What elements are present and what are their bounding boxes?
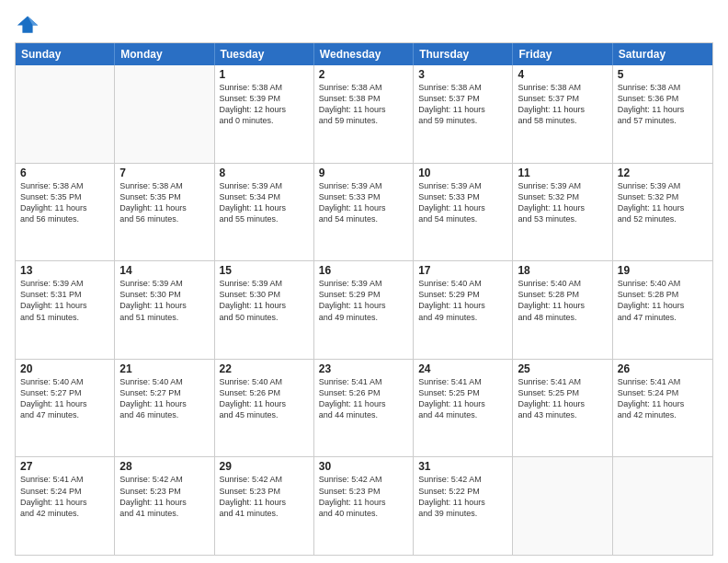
cell-line: Daylight: 11 hours — [618, 104, 708, 115]
cell-line: and 45 minutes. — [220, 409, 309, 420]
day-cell-28: 28Sunrise: 5:42 AMSunset: 5:23 PMDayligh… — [115, 457, 214, 555]
cell-line: Sunrise: 5:41 AM — [618, 376, 708, 387]
cell-line: Sunset: 5:27 PM — [119, 387, 209, 398]
cell-line: Daylight: 11 hours — [119, 202, 209, 213]
cell-line: Sunset: 5:34 PM — [220, 191, 309, 202]
day-number: 28 — [119, 460, 209, 473]
day-number: 2 — [319, 68, 408, 81]
cell-line: Sunset: 5:24 PM — [618, 387, 708, 398]
cell-line: Sunrise: 5:39 AM — [518, 180, 607, 191]
day-number: 9 — [319, 167, 408, 179]
cell-line: Sunset: 5:29 PM — [418, 289, 507, 300]
cell-line: and 51 minutes. — [119, 312, 209, 323]
day-header-saturday: Saturday — [613, 43, 712, 65]
day-cell-1: 1Sunrise: 5:38 AMSunset: 5:39 PMDaylight… — [215, 65, 314, 163]
cell-line: Daylight: 11 hours — [418, 104, 507, 115]
day-number: 8 — [220, 167, 309, 179]
day-cell-30: 30Sunrise: 5:42 AMSunset: 5:23 PMDayligh… — [314, 457, 414, 555]
day-cell-9: 9Sunrise: 5:39 AMSunset: 5:33 PMDaylight… — [314, 164, 414, 261]
cell-line: and 41 minutes. — [220, 508, 309, 519]
cell-line: Sunset: 5:33 PM — [418, 191, 507, 202]
cell-line: Sunset: 5:22 PM — [418, 486, 507, 497]
cell-line: Sunset: 5:23 PM — [119, 486, 209, 497]
day-cell-25: 25Sunrise: 5:41 AMSunset: 5:25 PMDayligh… — [513, 360, 612, 457]
cell-line: Sunrise: 5:42 AM — [319, 474, 408, 485]
day-number: 12 — [618, 167, 708, 179]
day-number: 3 — [418, 68, 507, 81]
cell-line: Sunrise: 5:39 AM — [319, 278, 408, 289]
day-cell-11: 11Sunrise: 5:39 AMSunset: 5:32 PMDayligh… — [513, 164, 612, 261]
cell-line: and 51 minutes. — [20, 312, 109, 323]
day-header-friday: Friday — [513, 43, 612, 65]
day-number: 21 — [119, 362, 209, 375]
day-number: 26 — [618, 362, 708, 375]
cell-line: Sunset: 5:30 PM — [119, 289, 209, 300]
day-number: 15 — [220, 264, 309, 277]
day-number: 5 — [618, 68, 708, 81]
day-cell-21: 21Sunrise: 5:40 AMSunset: 5:27 PMDayligh… — [115, 360, 214, 457]
cell-line: Sunrise: 5:39 AM — [618, 180, 708, 191]
cell-line: and 44 minutes. — [319, 409, 408, 420]
cell-line: and 57 minutes. — [618, 115, 708, 126]
cell-line: Daylight: 12 hours — [220, 104, 309, 115]
cell-line: and 54 minutes. — [319, 213, 408, 224]
day-cell-16: 16Sunrise: 5:39 AMSunset: 5:29 PMDayligh… — [314, 261, 414, 359]
cell-line: Daylight: 11 hours — [220, 300, 309, 311]
cell-line: Daylight: 11 hours — [319, 300, 408, 311]
cell-line: and 59 minutes. — [418, 115, 507, 126]
day-cell-17: 17Sunrise: 5:40 AMSunset: 5:29 PMDayligh… — [414, 261, 513, 359]
cell-line: and 49 minutes. — [319, 312, 408, 323]
calendar-row-4: 20Sunrise: 5:40 AMSunset: 5:27 PMDayligh… — [16, 359, 712, 457]
calendar-row-3: 13Sunrise: 5:39 AMSunset: 5:31 PMDayligh… — [16, 260, 712, 359]
cell-line: Sunset: 5:24 PM — [20, 486, 109, 497]
cell-line: Daylight: 11 hours — [418, 300, 507, 311]
cell-line: Sunrise: 5:38 AM — [518, 82, 607, 93]
cell-line: Daylight: 11 hours — [618, 398, 708, 409]
cell-line: Daylight: 11 hours — [418, 497, 507, 508]
day-header-thursday: Thursday — [414, 43, 513, 65]
cell-line: and 59 minutes. — [319, 115, 408, 126]
day-number: 20 — [20, 362, 109, 375]
cell-line: Sunset: 5:26 PM — [220, 387, 309, 398]
cell-line: and 46 minutes. — [119, 409, 209, 420]
cell-line: Sunrise: 5:38 AM — [418, 82, 507, 93]
cell-line: Sunrise: 5:40 AM — [20, 376, 109, 387]
cell-line: Sunset: 5:35 PM — [119, 191, 209, 202]
cell-line: Sunrise: 5:39 AM — [418, 180, 507, 191]
cell-line: Sunrise: 5:41 AM — [418, 376, 507, 387]
cell-line: Sunset: 5:33 PM — [319, 191, 408, 202]
cell-line: Sunrise: 5:42 AM — [220, 474, 309, 485]
day-header-monday: Monday — [115, 43, 214, 65]
day-cell-14: 14Sunrise: 5:39 AMSunset: 5:30 PMDayligh… — [115, 261, 214, 359]
logo-bird-icon — [15, 11, 40, 37]
cell-line: Sunrise: 5:40 AM — [220, 376, 309, 387]
day-cell-13: 13Sunrise: 5:39 AMSunset: 5:31 PMDayligh… — [16, 261, 115, 359]
cell-line: Daylight: 11 hours — [220, 497, 309, 508]
cell-line: Daylight: 11 hours — [220, 202, 309, 213]
cell-line: Sunrise: 5:40 AM — [119, 376, 209, 387]
cell-line: Sunrise: 5:38 AM — [220, 82, 309, 93]
cell-line: and 42 minutes. — [618, 409, 708, 420]
cell-line: Daylight: 11 hours — [518, 104, 607, 115]
cell-line: Sunset: 5:38 PM — [319, 93, 408, 104]
day-cell-26: 26Sunrise: 5:41 AMSunset: 5:24 PMDayligh… — [613, 360, 712, 457]
cell-line: Sunrise: 5:40 AM — [518, 278, 607, 289]
cell-line: Daylight: 11 hours — [119, 497, 209, 508]
cell-line: Sunrise: 5:40 AM — [418, 278, 507, 289]
cell-line: and 54 minutes. — [418, 213, 507, 224]
cell-line: Sunrise: 5:39 AM — [119, 278, 209, 289]
cell-line: and 56 minutes. — [119, 213, 209, 224]
day-cell-15: 15Sunrise: 5:39 AMSunset: 5:30 PMDayligh… — [215, 261, 314, 359]
day-cell-27: 27Sunrise: 5:41 AMSunset: 5:24 PMDayligh… — [16, 457, 115, 555]
cell-line: Sunrise: 5:39 AM — [319, 180, 408, 191]
cell-line: Sunset: 5:29 PM — [319, 289, 408, 300]
day-number: 13 — [20, 264, 109, 277]
empty-cell — [613, 457, 712, 555]
cell-line: and 49 minutes. — [418, 312, 507, 323]
day-number: 14 — [119, 264, 209, 277]
day-cell-10: 10Sunrise: 5:39 AMSunset: 5:33 PMDayligh… — [414, 164, 513, 261]
calendar: SundayMondayTuesdayWednesdayThursdayFrid… — [15, 42, 713, 556]
cell-line: and 55 minutes. — [220, 213, 309, 224]
cell-line: Sunset: 5:32 PM — [618, 191, 708, 202]
cell-line: Sunset: 5:35 PM — [20, 191, 109, 202]
